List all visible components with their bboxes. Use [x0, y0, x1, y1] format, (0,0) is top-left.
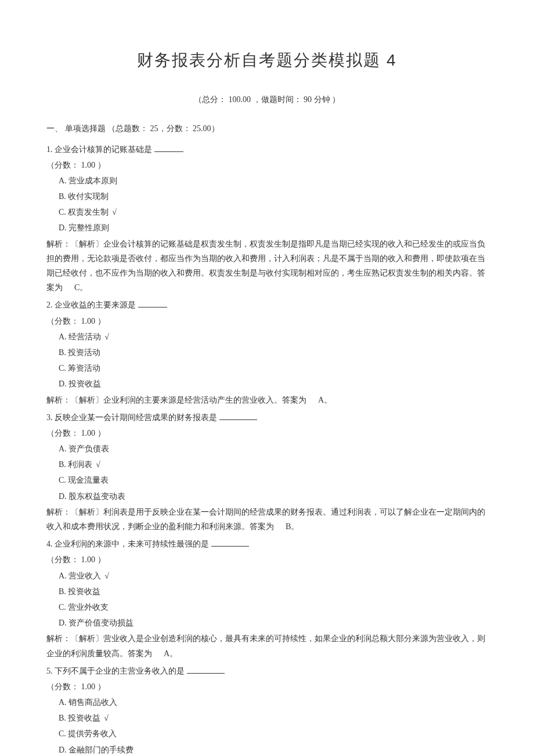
- option-text: 营业外收支: [68, 603, 109, 612]
- option-text: 提供劳务收入: [68, 729, 117, 738]
- option-label: A.: [59, 332, 68, 341]
- option-text: 金融部门的手续费: [68, 746, 134, 754]
- option: B. 收付实现制: [46, 189, 488, 204]
- question: 3. 反映企业某一会计期间经营成果的财务报表是（分数： 1.00 ）A. 资产负…: [46, 410, 488, 534]
- question-stem: 企业收益的主要来源是: [55, 301, 136, 309]
- option-label: C.: [59, 208, 68, 216]
- option-label: D.: [59, 746, 68, 754]
- blank-line: [138, 299, 167, 308]
- option-label: D.: [59, 492, 68, 501]
- option-text: 股东权益变动表: [68, 492, 125, 501]
- explanation-text: 解析：〔解析〕营业收入是企业创造利润的核心，最具有未来的可持续性，如果企业的利润…: [46, 634, 485, 657]
- option-label: A.: [59, 176, 68, 185]
- question-score: （分数： 1.00 ）: [46, 552, 488, 567]
- option: C. 筹资活动: [46, 361, 488, 375]
- explanation-text: 解析：〔解析〕利润表是用于反映企业在某一会计期间的经营成果的财务报表。通过利润表…: [46, 508, 485, 531]
- check-icon: √: [96, 460, 100, 469]
- check-icon: √: [104, 714, 109, 722]
- option: A. 经营活动√: [46, 330, 488, 344]
- blank-line: [154, 143, 183, 152]
- option-label: A.: [59, 444, 68, 453]
- question-text: 4. 企业利润的来源中，未来可持续性最强的是: [46, 537, 488, 551]
- option-text: 完整性原则: [68, 223, 109, 232]
- check-icon: √: [104, 571, 109, 580]
- option-label: A.: [59, 571, 68, 580]
- option-text: 资产价值变动损益: [68, 618, 134, 627]
- option-label: A.: [59, 698, 68, 707]
- answer-label: C。: [74, 283, 88, 292]
- exam-meta: （总分： 100.00 ，做题时间： 90 分钟 ）: [46, 92, 488, 107]
- explanation-text: 解析：〔解析〕企业利润的主要来源是经营活动产生的营业收入。答案为: [46, 396, 306, 404]
- question: 5. 下列不属于企业的主营业务收入的是（分数： 1.00 ）A. 销售商品收入B…: [46, 664, 488, 756]
- option-label: B.: [59, 587, 68, 596]
- question: 2. 企业收益的主要来源是（分数： 1.00 ）A. 经营活动√B. 投资活动C…: [46, 298, 488, 407]
- option: D. 投资收益: [46, 377, 488, 391]
- question-text: 1. 企业会计核算的记账基础是: [46, 142, 488, 157]
- blank-line: [219, 411, 257, 420]
- question-stem: 企业利润的来源中，未来可持续性最强的是: [55, 540, 209, 548]
- option: B. 利润表√: [46, 457, 488, 472]
- question-score: （分数： 1.00 ）: [46, 314, 488, 328]
- option-text: 销售商品收入: [68, 698, 117, 707]
- option: D. 资产价值变动损益: [46, 616, 488, 630]
- option-text: 经营活动: [68, 332, 101, 341]
- option-text: 资产负债表: [68, 444, 109, 453]
- answer-label: A。: [318, 396, 332, 404]
- question-text: 2. 企业收益的主要来源是: [46, 298, 488, 312]
- option-label: D.: [59, 618, 68, 627]
- option-text: 投资收益: [68, 714, 100, 722]
- question-score: （分数： 1.00 ）: [46, 158, 488, 172]
- question-score: （分数： 1.00 ）: [46, 426, 488, 440]
- option-text: 营业收入: [68, 571, 101, 580]
- question-number: 3.: [46, 413, 55, 422]
- blank-line: [187, 665, 225, 674]
- blank-line: [211, 538, 249, 547]
- question-number: 1.: [46, 145, 55, 154]
- answer-label: A。: [164, 649, 178, 658]
- check-icon: √: [104, 332, 109, 341]
- option-text: 利润表: [68, 460, 92, 469]
- option: B. 投资活动: [46, 345, 488, 360]
- option: C. 提供劳务收入: [46, 726, 488, 741]
- question-stem: 下列不属于企业的主营业务收入的是: [55, 667, 185, 675]
- option: B. 投资收益: [46, 584, 488, 599]
- explanation: 解析：〔解析〕营业收入是企业创造利润的核心，最具有未来的可持续性，如果企业的利润…: [46, 631, 488, 660]
- check-icon: √: [112, 208, 117, 216]
- option-text: 投资收益: [68, 587, 100, 596]
- option-label: D.: [59, 379, 68, 388]
- option-label: B.: [59, 460, 68, 469]
- question-text: 5. 下列不属于企业的主营业务收入的是: [46, 664, 488, 678]
- option: A. 销售商品收入: [46, 695, 488, 710]
- option-label: C.: [59, 729, 68, 738]
- explanation: 解析：〔解析〕利润表是用于反映企业在某一会计期间的经营成果的财务报表。通过利润表…: [46, 505, 488, 534]
- option-label: B.: [59, 714, 68, 722]
- option-label: B.: [59, 192, 68, 201]
- questions-container: 1. 企业会计核算的记账基础是（分数： 1.00 ）A. 营业成本原则B. 收付…: [46, 142, 488, 756]
- option: D. 金融部门的手续费: [46, 743, 488, 756]
- explanation: 解析：〔解析〕企业会计核算的记账基础是权责发生制，权责发生制是指即凡是当期已经实…: [46, 237, 488, 295]
- option: A. 营业收入√: [46, 569, 488, 583]
- question: 4. 企业利润的来源中，未来可持续性最强的是（分数： 1.00 ）A. 营业收入…: [46, 537, 488, 661]
- option-text: 营业成本原则: [68, 176, 117, 185]
- option: A. 资产负债表: [46, 442, 488, 456]
- question: 1. 企业会计核算的记账基础是（分数： 1.00 ）A. 营业成本原则B. 收付…: [46, 142, 488, 295]
- question-number: 2.: [46, 301, 55, 309]
- section-header: 一、 单项选择题 （总题数： 25，分数： 25.00）: [46, 121, 488, 136]
- question-number: 4.: [46, 540, 55, 548]
- option-label: C.: [59, 364, 68, 372]
- option-label: B.: [59, 348, 68, 357]
- option-text: 现金流量表: [68, 476, 109, 484]
- question-text: 3. 反映企业某一会计期间经营成果的财务报表是: [46, 410, 488, 425]
- question-stem: 企业会计核算的记账基础是: [55, 145, 152, 154]
- option-text: 权责发生制: [68, 208, 109, 216]
- explanation-text: 解析：〔解析〕企业会计核算的记账基础是权责发生制，权责发生制是指即凡是当期已经实…: [46, 240, 485, 292]
- document-title: 财务报表分析自考题分类模拟题 4: [46, 46, 488, 75]
- question-number: 5.: [46, 667, 55, 675]
- option-text: 筹资活动: [68, 364, 100, 372]
- option: C. 营业外收支: [46, 600, 488, 614]
- option-text: 投资活动: [68, 348, 100, 357]
- option-label: C.: [59, 476, 68, 484]
- question-stem: 反映企业某一会计期间经营成果的财务报表是: [55, 413, 217, 422]
- option-label: C.: [59, 603, 68, 612]
- option-label: D.: [59, 223, 68, 232]
